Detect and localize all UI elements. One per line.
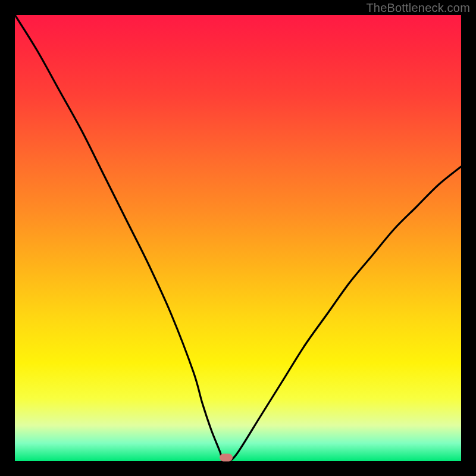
optimal-point-marker [220,454,233,462]
chart-frame: TheBottleneck.com [0,0,476,476]
watermark-text: TheBottleneck.com [366,1,470,15]
chart-plot-area [15,15,461,461]
bottleneck-curve [15,15,461,461]
